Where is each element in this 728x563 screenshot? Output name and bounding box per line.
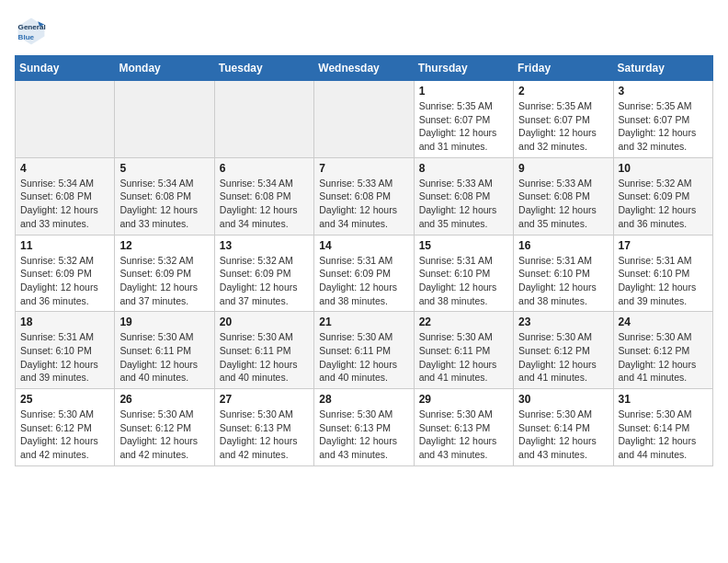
day-number-23: 23: [518, 316, 608, 328]
day-cell-23: 23Sunrise: 5:30 AM Sunset: 6:12 PM Dayli…: [514, 312, 613, 389]
day-number-19: 19: [119, 316, 209, 328]
day-cell-11: 11Sunrise: 5:32 AM Sunset: 6:09 PM Dayli…: [16, 235, 115, 312]
day-number-30: 30: [518, 393, 608, 406]
day-info-29: Sunrise: 5:30 AM Sunset: 6:13 PM Dayligh…: [419, 408, 508, 462]
day-info-23: Sunrise: 5:30 AM Sunset: 6:12 PM Dayligh…: [518, 330, 608, 385]
day-number-18: 18: [20, 316, 109, 328]
day-info-28: Sunrise: 5:30 AM Sunset: 6:13 PM Dayligh…: [319, 408, 408, 462]
day-number-31: 31: [619, 393, 708, 406]
day-cell-22: 22Sunrise: 5:30 AM Sunset: 6:11 PM Dayli…: [414, 312, 513, 389]
day-info-5: Sunrise: 5:34 AM Sunset: 6:08 PM Dayligh…: [119, 177, 209, 231]
day-info-12: Sunrise: 5:32 AM Sunset: 6:09 PM Dayligh…: [119, 254, 209, 308]
weekday-saturday: Saturday: [613, 56, 712, 81]
day-number-7: 7: [319, 162, 408, 175]
weekday-friday: Friday: [514, 56, 613, 81]
day-cell-29: 29Sunrise: 5:30 AM Sunset: 6:13 PM Dayli…: [414, 389, 513, 466]
empty-cell: [115, 81, 214, 158]
week-row-5: 25Sunrise: 5:30 AM Sunset: 6:12 PM Dayli…: [16, 389, 713, 466]
day-cell-20: 20Sunrise: 5:30 AM Sunset: 6:11 PM Dayli…: [214, 312, 313, 389]
day-number-16: 16: [518, 239, 608, 252]
day-info-18: Sunrise: 5:31 AM Sunset: 6:10 PM Dayligh…: [20, 330, 109, 385]
day-info-30: Sunrise: 5:30 AM Sunset: 6:14 PM Dayligh…: [518, 408, 608, 462]
day-number-8: 8: [419, 162, 508, 175]
day-number-25: 25: [20, 393, 109, 406]
day-number-29: 29: [419, 393, 508, 406]
empty-cell: [16, 81, 115, 158]
day-cell-9: 9Sunrise: 5:33 AM Sunset: 6:08 PM Daylig…: [514, 157, 613, 235]
day-info-25: Sunrise: 5:30 AM Sunset: 6:12 PM Dayligh…: [20, 408, 109, 462]
day-info-3: Sunrise: 5:35 AM Sunset: 6:07 PM Dayligh…: [619, 99, 708, 154]
day-cell-4: 4Sunrise: 5:34 AM Sunset: 6:08 PM Daylig…: [16, 157, 115, 235]
day-info-9: Sunrise: 5:33 AM Sunset: 6:08 PM Dayligh…: [518, 177, 608, 231]
day-info-7: Sunrise: 5:33 AM Sunset: 6:08 PM Dayligh…: [319, 177, 408, 231]
day-cell-24: 24Sunrise: 5:30 AM Sunset: 6:12 PM Dayli…: [613, 312, 712, 389]
logo: General Blue: [15, 15, 51, 48]
day-number-13: 13: [220, 239, 309, 252]
day-number-6: 6: [220, 162, 309, 175]
day-cell-8: 8Sunrise: 5:33 AM Sunset: 6:08 PM Daylig…: [414, 157, 513, 235]
day-cell-15: 15Sunrise: 5:31 AM Sunset: 6:10 PM Dayli…: [414, 235, 513, 312]
weekday-tuesday: Tuesday: [214, 56, 313, 81]
day-number-12: 12: [119, 239, 209, 252]
day-number-10: 10: [619, 162, 708, 175]
day-number-9: 9: [518, 162, 608, 175]
day-number-5: 5: [119, 162, 209, 175]
day-info-10: Sunrise: 5:32 AM Sunset: 6:09 PM Dayligh…: [619, 177, 708, 231]
day-cell-27: 27Sunrise: 5:30 AM Sunset: 6:13 PM Dayli…: [214, 389, 313, 466]
day-info-15: Sunrise: 5:31 AM Sunset: 6:10 PM Dayligh…: [419, 254, 508, 308]
day-cell-16: 16Sunrise: 5:31 AM Sunset: 6:10 PM Dayli…: [514, 235, 613, 312]
day-number-11: 11: [20, 239, 109, 252]
day-number-21: 21: [319, 316, 408, 328]
day-info-13: Sunrise: 5:32 AM Sunset: 6:09 PM Dayligh…: [220, 254, 309, 308]
day-number-15: 15: [419, 239, 508, 252]
day-cell-28: 28Sunrise: 5:30 AM Sunset: 6:13 PM Dayli…: [314, 389, 414, 466]
day-info-20: Sunrise: 5:30 AM Sunset: 6:11 PM Dayligh…: [220, 330, 309, 385]
day-number-2: 2: [518, 85, 608, 98]
svg-text:Blue: Blue: [18, 33, 35, 41]
day-cell-7: 7Sunrise: 5:33 AM Sunset: 6:08 PM Daylig…: [314, 157, 414, 235]
page-header: General Blue: [15, 15, 713, 48]
day-info-22: Sunrise: 5:30 AM Sunset: 6:11 PM Dayligh…: [419, 330, 508, 385]
weekday-wednesday: Wednesday: [314, 56, 414, 81]
day-number-3: 3: [619, 85, 708, 98]
weekday-thursday: Thursday: [414, 56, 513, 81]
day-number-22: 22: [419, 316, 508, 328]
day-info-4: Sunrise: 5:34 AM Sunset: 6:08 PM Dayligh…: [20, 177, 109, 231]
day-cell-31: 31Sunrise: 5:30 AM Sunset: 6:14 PM Dayli…: [613, 389, 712, 466]
day-info-24: Sunrise: 5:30 AM Sunset: 6:12 PM Dayligh…: [619, 330, 708, 385]
day-number-28: 28: [319, 393, 408, 406]
day-cell-12: 12Sunrise: 5:32 AM Sunset: 6:09 PM Dayli…: [115, 235, 214, 312]
day-number-1: 1: [419, 85, 508, 98]
day-info-14: Sunrise: 5:31 AM Sunset: 6:09 PM Dayligh…: [319, 254, 408, 308]
empty-cell: [214, 81, 313, 158]
day-info-6: Sunrise: 5:34 AM Sunset: 6:08 PM Dayligh…: [220, 177, 309, 231]
day-number-20: 20: [220, 316, 309, 328]
day-number-17: 17: [619, 239, 708, 252]
day-info-2: Sunrise: 5:35 AM Sunset: 6:07 PM Dayligh…: [518, 99, 608, 154]
day-cell-25: 25Sunrise: 5:30 AM Sunset: 6:12 PM Dayli…: [16, 389, 115, 466]
day-cell-1: 1Sunrise: 5:35 AM Sunset: 6:07 PM Daylig…: [414, 81, 513, 158]
day-number-24: 24: [619, 316, 708, 328]
day-info-1: Sunrise: 5:35 AM Sunset: 6:07 PM Dayligh…: [419, 99, 508, 154]
day-info-27: Sunrise: 5:30 AM Sunset: 6:13 PM Dayligh…: [220, 408, 309, 462]
day-cell-6: 6Sunrise: 5:34 AM Sunset: 6:08 PM Daylig…: [214, 157, 313, 235]
day-info-17: Sunrise: 5:31 AM Sunset: 6:10 PM Dayligh…: [619, 254, 708, 308]
day-cell-5: 5Sunrise: 5:34 AM Sunset: 6:08 PM Daylig…: [115, 157, 214, 235]
day-cell-30: 30Sunrise: 5:30 AM Sunset: 6:14 PM Dayli…: [514, 389, 613, 466]
empty-cell: [314, 81, 414, 158]
day-cell-18: 18Sunrise: 5:31 AM Sunset: 6:10 PM Dayli…: [16, 312, 115, 389]
day-cell-3: 3Sunrise: 5:35 AM Sunset: 6:07 PM Daylig…: [613, 81, 712, 158]
weekday-header-row: SundayMondayTuesdayWednesdayThursdayFrid…: [16, 56, 713, 81]
weekday-sunday: Sunday: [16, 56, 115, 81]
day-info-31: Sunrise: 5:30 AM Sunset: 6:14 PM Dayligh…: [619, 408, 708, 462]
day-info-26: Sunrise: 5:30 AM Sunset: 6:12 PM Dayligh…: [119, 408, 209, 462]
day-number-4: 4: [20, 162, 109, 175]
day-cell-2: 2Sunrise: 5:35 AM Sunset: 6:07 PM Daylig…: [514, 81, 613, 158]
day-info-16: Sunrise: 5:31 AM Sunset: 6:10 PM Dayligh…: [518, 254, 608, 308]
day-cell-21: 21Sunrise: 5:30 AM Sunset: 6:11 PM Dayli…: [314, 312, 414, 389]
day-cell-10: 10Sunrise: 5:32 AM Sunset: 6:09 PM Dayli…: [613, 157, 712, 235]
day-info-19: Sunrise: 5:30 AM Sunset: 6:11 PM Dayligh…: [119, 330, 209, 385]
day-number-14: 14: [319, 239, 408, 252]
week-row-1: 1Sunrise: 5:35 AM Sunset: 6:07 PM Daylig…: [16, 81, 713, 158]
week-row-4: 18Sunrise: 5:31 AM Sunset: 6:10 PM Dayli…: [16, 312, 713, 389]
